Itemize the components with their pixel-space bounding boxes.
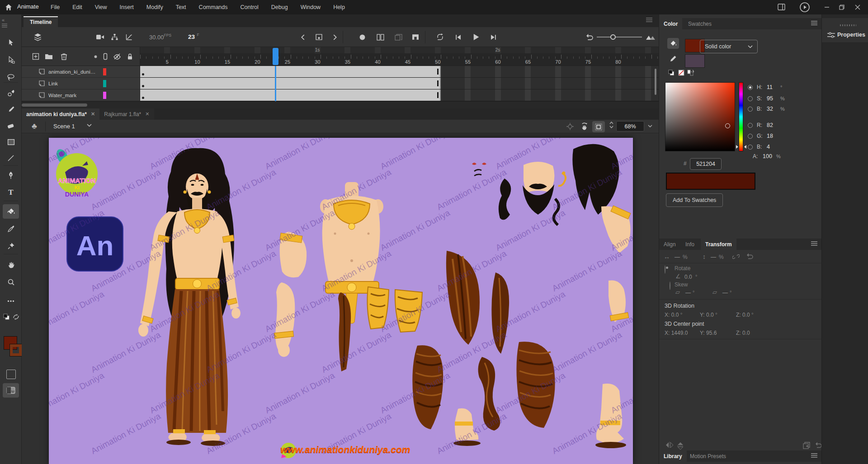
center-stage-icon[interactable] (566, 123, 574, 130)
clip-content-toggle[interactable] (592, 121, 605, 132)
step-forward-icon[interactable] (487, 32, 499, 42)
delete-layer-icon[interactable] (59, 52, 69, 61)
tab-align[interactable]: Align (659, 239, 680, 250)
edit-multiple-frames-icon[interactable] (392, 32, 404, 42)
timeline-vertical-scrollbar[interactable] (655, 69, 656, 95)
layer-parenting-icon[interactable] (108, 32, 120, 42)
zoom-tool[interactable] (3, 275, 19, 289)
menu-insert[interactable]: Insert (113, 4, 140, 10)
collapse-dock-icon[interactable]: « (2, 17, 5, 23)
menu-edit[interactable]: Edit (66, 4, 89, 10)
character-part-arms[interactable] (274, 232, 307, 357)
home-icon[interactable] (5, 3, 13, 11)
saturation-brightness-picker[interactable] (665, 82, 735, 151)
frame-span[interactable] (140, 89, 441, 101)
graph-editor-icon[interactable] (123, 32, 135, 42)
layers-stack-icon[interactable] (32, 32, 43, 42)
menu-text[interactable]: Text (170, 4, 193, 10)
hue-slider[interactable] (739, 82, 743, 151)
color-panel-menu-icon[interactable] (811, 21, 817, 25)
skew-v-value[interactable]: — (722, 290, 728, 296)
highlight-layers-dot-icon[interactable] (90, 52, 100, 61)
stroke-color-swatch[interactable] (685, 54, 705, 68)
eraser-tool[interactable] (3, 118, 19, 133)
default-colors-icon[interactable] (3, 314, 10, 320)
menu-debug[interactable]: Debug (265, 4, 294, 10)
paint-bucket-tool[interactable] (3, 204, 19, 219)
tab-transform[interactable]: Transform (701, 239, 736, 250)
c3d-y[interactable]: Y: 95.6 (700, 330, 717, 336)
close-button[interactable] (850, 0, 865, 14)
restore-button[interactable] (834, 0, 849, 14)
scene-dropdown-chevron-icon[interactable] (87, 124, 92, 127)
character-artwork[interactable]: ANIMATION KI DUNIYA An (49, 138, 633, 464)
skew-radio[interactable] (670, 281, 670, 290)
zoom-dropdown-chevron-icon[interactable] (648, 125, 652, 127)
fill-bucket-icon[interactable] (667, 38, 679, 49)
scale-height-value[interactable]: — (711, 254, 716, 260)
classic-brush-tool[interactable] (3, 102, 19, 117)
c3d-z[interactable]: Z: 0.0 (736, 330, 750, 336)
frame-span[interactable] (140, 78, 441, 89)
rectangle-tool[interactable] (3, 135, 19, 149)
current-frame-field[interactable]: 23 F (188, 33, 199, 41)
lock-layers-icon[interactable] (125, 52, 135, 61)
b2-radio[interactable] (748, 145, 753, 150)
stroke-color-chip[interactable] (10, 344, 22, 356)
menu-modify[interactable]: Modify (140, 4, 170, 10)
picker-cursor[interactable] (725, 123, 730, 128)
previous-keyframe-icon[interactable] (297, 32, 308, 42)
rotate-radio[interactable] (665, 265, 665, 274)
fill-style-dropdown[interactable]: Solid color (700, 40, 758, 53)
tab-library[interactable]: Library (659, 450, 687, 462)
swap-colors-icon[interactable] (13, 314, 19, 320)
close-tab-icon[interactable]: ✕ (91, 111, 95, 117)
layer-outline-color-chip[interactable] (103, 80, 106, 87)
scene-breadcrumb[interactable]: Scene 1 (53, 123, 75, 130)
timeline-zoom-fit-icon[interactable] (645, 32, 656, 42)
step-back-icon[interactable] (452, 32, 464, 42)
c3d-x[interactable]: X: 1449.0 (665, 330, 688, 336)
quick-share-play-icon[interactable] (799, 2, 810, 13)
layer-frame-track[interactable] (140, 66, 659, 78)
minimize-button[interactable] (819, 0, 835, 14)
eyedropper-tool[interactable] (3, 221, 19, 236)
edit-scene-clover-icon[interactable]: ♣ (32, 122, 37, 131)
layer-left-cell[interactable]: Water_mark (22, 89, 140, 101)
close-tab-icon[interactable]: ✕ (145, 111, 149, 117)
new-layer-icon[interactable] (31, 52, 41, 61)
transform-panel-menu-icon[interactable] (811, 241, 817, 246)
frame-rate-value[interactable]: 30.00FPS (149, 33, 171, 41)
fluid-brush-tool[interactable] (3, 86, 19, 100)
flip-horizontal-icon[interactable] (665, 442, 674, 448)
tab-color[interactable]: Color (659, 18, 682, 29)
pen-tool[interactable] (3, 168, 19, 183)
dock-menu-icon[interactable] (2, 23, 7, 28)
properties-tab-label[interactable]: Properties (837, 32, 865, 38)
reset-timeline-zoom-icon[interactable] (583, 32, 595, 42)
tab-timeline[interactable]: Timeline (24, 16, 58, 27)
hex-input[interactable] (690, 158, 722, 170)
layer-left-cell[interactable]: animation_ki_duni… (22, 66, 140, 78)
outline-view-icon[interactable] (100, 52, 110, 61)
r3d-z[interactable]: Z: 0.0 ° (736, 312, 754, 318)
character-part-head-pieces[interactable] (472, 144, 619, 225)
character-part-gold-guards[interactable] (367, 287, 422, 332)
tab-swatches[interactable]: Swatches (684, 18, 716, 29)
text-tool[interactable]: T (3, 185, 19, 200)
properties-dock[interactable]: Properties (822, 18, 868, 43)
menu-view[interactable]: View (89, 4, 113, 10)
stage[interactable]: ANIMATION KI DUNIYA An (49, 138, 633, 464)
lock-fill-gradient-toggle[interactable] (3, 383, 19, 398)
playhead-marker[interactable] (273, 48, 278, 65)
tab-motion-presets[interactable]: Motion Presets (685, 450, 731, 462)
reset-transform-icon[interactable] (815, 442, 822, 448)
doc-tab-inactive[interactable]: Rajkumar 1.fla* ✕ (99, 108, 154, 120)
b-radio[interactable] (748, 107, 753, 112)
menu-commands[interactable]: Commands (193, 4, 234, 10)
onion-skin-icon[interactable] (356, 32, 368, 42)
h-radio[interactable] (748, 85, 753, 90)
hide-layers-icon[interactable] (112, 52, 122, 61)
timeline-panel-menu-icon[interactable] (646, 18, 652, 22)
flip-vertical-icon[interactable] (677, 442, 684, 450)
